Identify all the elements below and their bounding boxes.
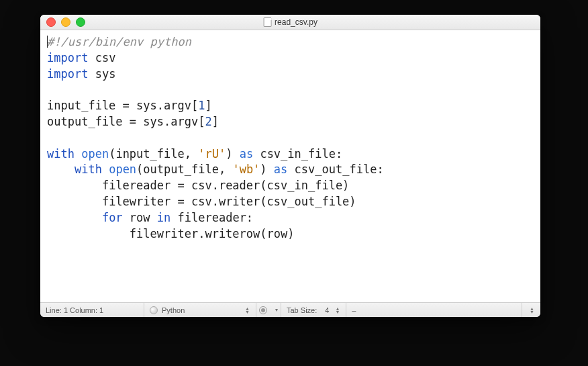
status-spacer: [361, 303, 522, 317]
fn-open: open: [109, 163, 136, 176]
args: (input_file,: [109, 147, 198, 161]
op-eq: =: [123, 115, 144, 128]
fn-open: open: [81, 147, 109, 161]
editor-window: read_csv.py #!/usr/bin/env python import…: [40, 15, 540, 317]
module-sys: sys: [95, 67, 116, 81]
tab-size-label: Tab Size:: [287, 306, 317, 314]
titlebar[interactable]: read_csv.py: [40, 15, 540, 30]
var-filewriter: filewriter: [102, 195, 170, 208]
status-bar: Line: 1 Column: 1 Python ▲▼ ▾ Tab Size: …: [40, 302, 540, 317]
language-selector[interactable]: Python ▲▼: [144, 303, 256, 317]
call-writerow: filewriter.writerow(row): [130, 227, 295, 240]
bracket: ]: [205, 99, 211, 112]
iter: filereader:: [170, 211, 253, 224]
minus-icon: –: [352, 306, 356, 314]
status-position[interactable]: Line: 1 Column: 1: [40, 303, 144, 317]
bracket: [: [191, 99, 198, 112]
var-output-file: output_file: [47, 115, 123, 128]
collapse-button[interactable]: –: [346, 303, 361, 317]
stepper-icon[interactable]: ▲▼: [529, 307, 535, 314]
tab-size-value: 4: [325, 306, 329, 314]
kw-for: for: [102, 211, 123, 224]
close-icon[interactable]: [46, 17, 56, 27]
kw-in: in: [157, 211, 170, 224]
expr: = csv.reader(csv_in_file): [170, 179, 349, 192]
code-content[interactable]: #!/usr/bin/env python import csv import …: [47, 34, 534, 242]
kw-as: as: [240, 147, 253, 161]
paren: ): [226, 147, 232, 161]
status-right-stepper[interactable]: ▲▼: [522, 303, 540, 317]
gear-icon: [259, 306, 267, 314]
code-editor[interactable]: #!/usr/bin/env python import csv import …: [40, 30, 540, 302]
paren: ): [260, 163, 266, 176]
kw-with: with: [47, 147, 75, 161]
num-1: 1: [198, 99, 205, 112]
op-eq: =: [115, 99, 136, 112]
file-icon: [263, 17, 271, 27]
window-controls: [46, 17, 85, 27]
kw-import: import: [47, 51, 88, 64]
args: (output_file,: [136, 163, 232, 176]
bracket: ]: [212, 115, 219, 128]
chevron-down-icon: ▾: [275, 307, 278, 313]
kw-import: import: [47, 67, 88, 81]
dropdown-stepper-icon[interactable]: ▲▼: [244, 307, 250, 314]
tab-stepper-icon[interactable]: ▲▼: [334, 307, 340, 314]
sys-argv: sys.argv: [136, 99, 191, 112]
var-csv-out: csv_out_file:: [287, 163, 383, 176]
module-csv: csv: [95, 51, 116, 64]
language-label: Python: [162, 306, 185, 314]
minimize-icon[interactable]: [61, 17, 70, 27]
language-icon: [150, 306, 158, 314]
str-mode: 'wb': [232, 163, 260, 176]
shebang-comment: #!/usr/bin/env python: [47, 35, 191, 48]
var-input-file: input_file: [47, 99, 115, 112]
expr: = csv.writer(csv_out_file): [170, 195, 356, 208]
settings-button[interactable]: ▾: [256, 303, 281, 317]
zoom-icon[interactable]: [76, 17, 85, 27]
var-row: row: [123, 211, 157, 224]
kw-as: as: [274, 163, 287, 176]
num-2: 2: [205, 115, 211, 128]
kw-with: with: [75, 163, 102, 176]
bracket: [: [198, 115, 205, 128]
sys-argv: sys.argv: [143, 115, 198, 128]
title-text: read_csv.py: [275, 17, 317, 27]
var-csv-in: csv_in_file:: [253, 147, 342, 161]
tab-size-control[interactable]: Tab Size: 4 ▲▼: [281, 303, 346, 317]
window-title: read_csv.py: [263, 17, 317, 27]
str-mode: 'rU': [198, 147, 226, 161]
cursor-position: Line: 1 Column: 1: [46, 306, 103, 314]
var-filereader: filereader: [102, 179, 170, 192]
